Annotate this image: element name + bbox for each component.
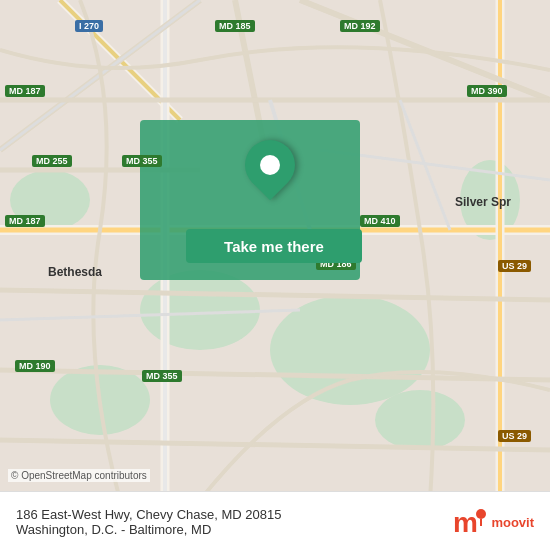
road-badge-md187a: MD 187 [5, 85, 45, 97]
svg-text:m: m [453, 507, 478, 538]
take-me-there-button[interactable]: Take me there [186, 229, 362, 263]
road-badge-md190: MD 190 [15, 360, 55, 372]
road-badge-md390: MD 390 [467, 85, 507, 97]
road-badge-i270: I 270 [75, 20, 103, 32]
road-badge-us29b: US 29 [498, 430, 531, 442]
road-badge-md192: MD 192 [340, 20, 380, 32]
svg-point-30 [476, 509, 486, 519]
svg-point-1 [140, 270, 260, 350]
moovit-logo: m moovit [453, 504, 534, 540]
pin-dot [260, 155, 280, 175]
pin-body [235, 130, 306, 201]
osm-attribution: © OpenStreetMap contributors [8, 469, 150, 482]
svg-point-4 [375, 390, 465, 450]
road-badge-md355b: MD 355 [142, 370, 182, 382]
road-badge-us29a: US 29 [498, 260, 531, 272]
info-bar: 186 East-West Hwy, Chevy Chase, MD 20815… [0, 491, 550, 550]
bethesda-label: Bethesda [48, 265, 102, 279]
location-pin [245, 140, 295, 190]
road-badge-md185: MD 185 [215, 20, 255, 32]
address-line1: 186 East-West Hwy, Chevy Chase, MD 20815 [16, 507, 281, 522]
road-badge-md187b: MD 187 [5, 215, 45, 227]
road-badge-md410: MD 410 [360, 215, 400, 227]
map-container: I 270 MD 185 MD 192 MD 187 MD 390 MD 255… [0, 0, 550, 550]
address-display: 186 East-West Hwy, Chevy Chase, MD 20815… [16, 507, 453, 537]
silver-spring-label: Silver Spr [455, 195, 511, 209]
road-badge-md355a: MD 355 [122, 155, 162, 167]
moovit-logo-icon: m [453, 504, 489, 540]
moovit-brand-text: moovit [491, 515, 534, 530]
road-badge-md255: MD 255 [32, 155, 72, 167]
address-line2: Washington, D.C. - Baltimore, MD [16, 522, 211, 537]
